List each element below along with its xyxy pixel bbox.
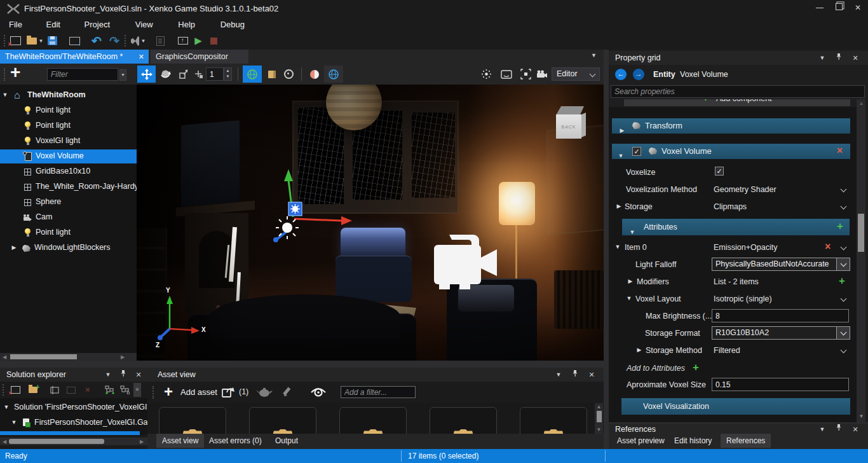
prefab-button[interactable] xyxy=(264,66,280,83)
expander-open-icon[interactable]: ▼ xyxy=(628,224,636,240)
property-value[interactable]: Geometry Shader xyxy=(714,185,776,194)
solution-hscrollbar[interactable]: ◀ ▶ xyxy=(0,438,147,445)
scroll-up-icon[interactable]: ▲ xyxy=(858,100,864,106)
stop-icon[interactable] xyxy=(206,34,221,48)
close-icon[interactable]: ✕ xyxy=(132,368,145,382)
script-reload-icon[interactable] xyxy=(153,34,168,48)
tree-item-voxel-volume-selected[interactable]: Voxel Volume xyxy=(0,149,137,163)
scroll-thumb[interactable] xyxy=(858,214,864,252)
menu-help[interactable]: Help xyxy=(170,18,203,32)
scene-viewport[interactable]: Y X Z BACK xyxy=(137,85,607,363)
scroll-left-icon[interactable]: ◀ xyxy=(1,354,8,360)
close-icon[interactable]: ✕ xyxy=(585,368,598,382)
property-value[interactable]: Filtered xyxy=(714,346,740,355)
selection-mode-button[interactable] xyxy=(517,66,534,83)
splitter[interactable] xyxy=(0,361,607,368)
build-icon[interactable]: ↑ xyxy=(175,34,191,48)
expander-closed-icon[interactable]: ▶ xyxy=(635,347,643,353)
menu-debug[interactable]: Debug xyxy=(213,18,252,32)
storage-format-combobox[interactable]: R10G10B10A2 xyxy=(712,326,850,340)
tab-thewhiteroom[interactable]: TheWhiteRoom/TheWhiteRoom * ✕ xyxy=(0,50,149,64)
pin-icon[interactable] xyxy=(832,51,845,65)
tree-item-root[interactable]: ▼ TheWhiteRoom xyxy=(0,88,137,102)
expander-open-icon[interactable]: ▼ xyxy=(3,404,10,410)
add-component-row-clipped[interactable]: + Add component xyxy=(609,99,858,107)
undo-icon[interactable]: ↶ xyxy=(89,34,104,48)
nav-cube-side[interactable] xyxy=(581,113,586,137)
chevron-down-icon[interactable] xyxy=(841,244,847,251)
tab-references[interactable]: References xyxy=(721,434,771,448)
render-mode-button[interactable] xyxy=(498,66,515,83)
open-icon[interactable]: ▼ xyxy=(25,34,44,48)
tab-close-icon[interactable]: ✕ xyxy=(139,50,144,64)
voxel-visualization-section-header[interactable]: Voxel Visualization xyxy=(621,398,850,415)
snap-value-input[interactable] xyxy=(206,67,224,81)
nav-forward-button[interactable]: → xyxy=(633,69,644,80)
menu-edit[interactable]: Edit xyxy=(39,18,68,32)
tree-item-point-light[interactable]: Point light xyxy=(0,226,137,240)
splitter[interactable] xyxy=(604,50,609,449)
toolbar-grip[interactable] xyxy=(3,384,5,396)
toolbar-grip[interactable] xyxy=(153,386,155,399)
tree-item-windowlightblockers[interactable]: ▶ WindowLightBlockers xyxy=(0,241,137,255)
chevron-down-icon[interactable] xyxy=(841,204,847,210)
tree-item-point-light[interactable]: Point light xyxy=(0,119,137,133)
tab-edit-history[interactable]: Edit history xyxy=(668,434,717,448)
transform-section-header[interactable]: ▶ Transform xyxy=(612,118,850,134)
collapse-tree-icon[interactable] xyxy=(102,383,117,397)
tree-item-sphere[interactable]: Sphere xyxy=(0,195,137,209)
scroll-thumb[interactable] xyxy=(597,411,602,422)
redo-icon[interactable]: ↷ xyxy=(107,34,122,48)
camera-mode-dropdown[interactable]: Editor xyxy=(552,67,600,81)
tree-item-cam[interactable]: Cam xyxy=(0,211,137,225)
expander-open-icon[interactable]: ▼ xyxy=(1,92,9,98)
material-highlight-button[interactable] xyxy=(306,66,323,83)
camera-options-button[interactable] xyxy=(534,66,550,83)
world-space-button[interactable] xyxy=(243,66,262,83)
lighting-options-button[interactable] xyxy=(478,66,494,83)
property-value[interactable]: Emission+Opacity xyxy=(714,243,777,252)
combobox-button[interactable] xyxy=(836,327,850,339)
toolbar-grip[interactable] xyxy=(125,35,127,46)
tab-list-dropdown-icon[interactable]: ▼ xyxy=(591,52,597,59)
pin-icon[interactable] xyxy=(569,368,581,382)
tab-graphicscompositor[interactable]: GraphicsCompositor xyxy=(151,50,248,64)
remove-component-icon[interactable]: × xyxy=(837,146,843,155)
toolbar-overflow-handle[interactable]: ≡ xyxy=(133,383,141,397)
nav-cube[interactable]: BACK xyxy=(556,114,581,139)
rotate-mode-button[interactable] xyxy=(157,66,174,83)
tab-output[interactable]: Output xyxy=(269,434,304,448)
toolbar-grip[interactable] xyxy=(4,35,6,46)
expander-open-icon[interactable]: ▼ xyxy=(625,295,633,301)
tree-item-gridbase[interactable]: GridBase10x10 xyxy=(0,165,137,179)
voxelize-checkbox[interactable]: ✓ xyxy=(715,167,724,176)
voxel-volume-section-header[interactable]: ▼ ✓ Voxel Volume × xyxy=(612,144,850,159)
selected-node-clipped[interactable] xyxy=(0,431,140,435)
export-icon[interactable] xyxy=(221,385,236,400)
nav-back-button[interactable]: ← xyxy=(615,69,627,80)
play-icon[interactable]: ▶ xyxy=(191,34,206,48)
menu-project[interactable]: Project xyxy=(77,18,118,32)
tab-asset-preview[interactable]: Asset preview xyxy=(611,434,670,448)
scale-mode-button[interactable] xyxy=(175,66,191,83)
scroll-right-icon[interactable]: ▶ xyxy=(139,439,145,445)
expander-open-icon[interactable]: ▼ xyxy=(614,244,621,250)
asset-vscrollbar[interactable]: ▲ ▼ xyxy=(595,403,603,434)
visual-studio-icon[interactable]: ▼ xyxy=(128,34,147,48)
project-node[interactable]: ▼ FirstPersonShooter_VoxelGI.Game xyxy=(0,416,147,430)
snap-stepper[interactable]: ▲ ▼ xyxy=(224,67,232,81)
add-asset-label[interactable]: Add asset xyxy=(180,387,217,397)
add-modifier-icon[interactable]: + xyxy=(839,277,845,286)
new-project-icon[interactable]: × xyxy=(8,34,23,48)
add-to-attributes-icon[interactable]: + xyxy=(693,363,699,372)
scroll-down-icon[interactable]: ▼ xyxy=(858,413,864,419)
combobox-button[interactable] xyxy=(836,258,850,270)
solution-node[interactable]: ▼ Solution 'FirstPersonShooter_VoxelGI' xyxy=(0,401,147,415)
eye-icon[interactable] xyxy=(310,385,327,399)
expander-closed-icon[interactable]: ▶ xyxy=(627,278,634,284)
remove-item-icon[interactable]: × xyxy=(825,242,831,251)
scroll-down-icon[interactable]: ▼ xyxy=(596,427,602,432)
expander-closed-icon[interactable]: ▶ xyxy=(618,123,626,138)
pin-icon[interactable] xyxy=(117,368,130,382)
navigation-mesh-button[interactable] xyxy=(324,66,343,83)
